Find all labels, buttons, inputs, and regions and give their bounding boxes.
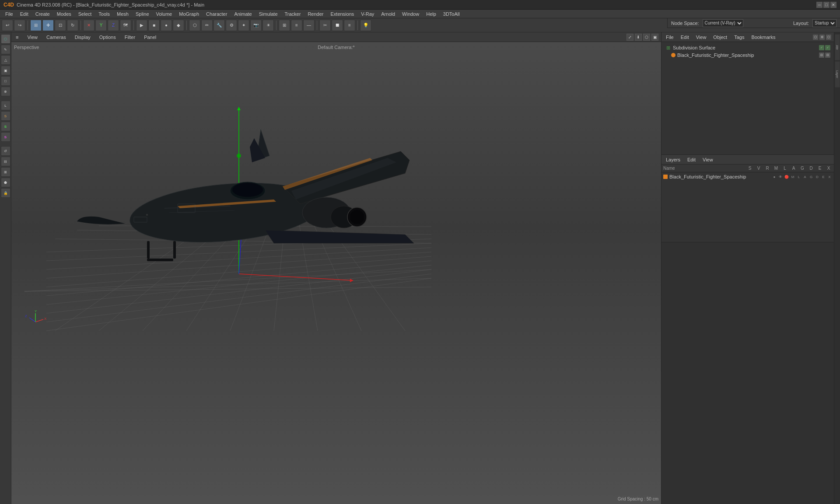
layers-menu[interactable]: Layers — [664, 156, 682, 163]
minimize-button[interactable]: ─ — [816, 2, 822, 8]
keyframe-button[interactable]: ◆ — [173, 20, 184, 31]
menu-item-edit[interactable]: Edit — [17, 10, 32, 18]
layers-view-menu[interactable]: View — [701, 156, 715, 163]
strip-btn-1[interactable]: Attr — [835, 34, 840, 60]
layer-row-spaceship[interactable]: Black_Futuristic_Fighter_Spaceship ● 👁 🔴… — [662, 172, 834, 181]
menu-item-tools[interactable]: Tools — [95, 10, 113, 18]
layer-icon-x[interactable]: X — [827, 174, 832, 179]
menu-item-help[interactable]: Help — [423, 10, 440, 18]
sidebar-tool-13[interactable]: ⊞ — [1, 167, 10, 177]
subdivision-check1[interactable]: ✓ — [819, 45, 824, 50]
rotate-button[interactable]: ↻ — [67, 20, 78, 31]
viewport-menu-view[interactable]: View — [25, 34, 39, 41]
om-edit-menu[interactable]: Edit — [679, 34, 691, 41]
layer-icon-m[interactable]: M — [790, 174, 795, 179]
layer-icon-e[interactable]: E — [821, 174, 826, 179]
viewport-menu-cameras[interactable]: Cameras — [45, 34, 68, 41]
scissors-button[interactable]: ✂ — [319, 20, 331, 31]
maximize-button[interactable]: □ — [823, 2, 830, 8]
light-toggle-button[interactable]: 💡 — [360, 20, 371, 31]
new-object-button[interactable]: ⬡ — [189, 20, 200, 31]
sidebar-tool-14[interactable]: ⬟ — [1, 178, 10, 187]
light-button[interactable]: ☀ — [262, 20, 274, 31]
menu-item-mesh[interactable]: Mesh — [113, 10, 132, 18]
om-bookmarks-menu[interactable]: Bookmarks — [749, 34, 777, 41]
sidebar-tool-15[interactable]: 🔒 — [1, 188, 10, 198]
deformer-button[interactable]: ⚙ — [226, 20, 237, 31]
menu-item-select[interactable]: Select — [75, 10, 95, 18]
menu-item-3dtoall[interactable]: 3DToAll — [440, 10, 463, 18]
redo-button[interactable]: ↪ — [14, 20, 25, 31]
sidebar-tool-11[interactable]: ↺ — [1, 146, 10, 156]
layer-icon-v[interactable]: 👁 — [778, 174, 783, 179]
x-axis-button[interactable]: ✕ — [83, 20, 94, 31]
strip-btn-2[interactable]: Layer — [835, 61, 840, 88]
om-icon-2[interactable]: ⚙ — [819, 35, 825, 40]
subdivision-check2[interactable]: ✓ — [825, 45, 830, 50]
viewport-menu-icon[interactable]: ≡ — [14, 34, 20, 41]
sidebar-tool-4[interactable]: ▣ — [1, 66, 10, 75]
sidebar-tool-1[interactable]: ⬡ — [1, 34, 10, 44]
layer-icon-l[interactable]: L — [796, 174, 802, 179]
menu-item-file[interactable]: File — [2, 10, 17, 18]
viewport-menu-panel[interactable]: Panel — [142, 34, 158, 41]
spline-button[interactable]: ✏ — [201, 20, 213, 31]
sidebar-tool-3[interactable]: △ — [1, 55, 10, 65]
menu-item-tracker[interactable]: Tracker — [281, 10, 304, 18]
menu-item-character[interactable]: Character — [203, 10, 231, 18]
menu-item-animate[interactable]: Animate — [231, 10, 255, 18]
menu-item-arnold[interactable]: Arnold — [378, 10, 399, 18]
z-axis-button[interactable]: Z — [108, 20, 119, 31]
title-bar-controls[interactable]: ─ □ ✕ — [816, 2, 836, 8]
layout-dropdown[interactable]: Startup — [812, 19, 836, 27]
menu-item-volume[interactable]: Volume — [153, 10, 176, 18]
tree-item-spaceship[interactable]: Black_Futuristic_Fighter_Spaceship ⊟ ⊟ — [669, 52, 832, 59]
sidebar-tool-9[interactable]: S — [1, 122, 10, 131]
magnet-button[interactable]: 🔲 — [332, 20, 343, 31]
menu-item-create[interactable]: Create — [32, 10, 53, 18]
menu-item-extensions[interactable]: Extensions — [327, 10, 357, 18]
layer-icon-a[interactable]: A — [802, 174, 808, 179]
snap-button[interactable]: ≡ — [344, 20, 355, 31]
world-coord-button[interactable]: 🗺 — [120, 20, 131, 31]
camera-button[interactable]: 📷 — [250, 20, 262, 31]
menu-item-render[interactable]: Render — [304, 10, 327, 18]
stop-button[interactable]: ■ — [148, 20, 160, 31]
sidebar-tool-12[interactable]: ⊟ — [1, 157, 10, 166]
viewport-menu-filter[interactable]: Filter — [123, 34, 137, 41]
scale-button[interactable]: ⊡ — [55, 20, 66, 31]
live-select-button[interactable]: ⊞ — [30, 20, 42, 31]
sidebar-tool-5[interactable]: □ — [1, 76, 10, 86]
menu-item-v-ray[interactable]: V-Ray — [357, 10, 378, 18]
spaceship-action-1[interactable]: ⊟ — [819, 52, 824, 58]
menu-item-modes[interactable]: Modes — [53, 10, 75, 18]
spaceship-action-2[interactable]: ⊟ — [825, 52, 830, 58]
sidebar-tool-8[interactable]: S — [1, 111, 10, 121]
layer-icon-s[interactable]: ● — [772, 174, 777, 179]
viewport-3d[interactable]: Perspective Default Camera:* Grid Spacin… — [11, 42, 661, 504]
render-btn2[interactable]: ≡ — [291, 20, 302, 31]
close-button[interactable]: ✕ — [830, 2, 836, 8]
viewport-icon-1[interactable]: ⤢ — [626, 34, 634, 41]
render-btn3[interactable]: — — [303, 20, 315, 31]
viewport-menu-display[interactable]: Display — [73, 34, 92, 41]
om-tags-menu[interactable]: Tags — [732, 34, 746, 41]
om-icon-3[interactable]: ⬡ — [826, 35, 831, 40]
layers-edit-menu[interactable]: Edit — [686, 156, 697, 163]
layer-icon-r[interactable]: 🔴 — [784, 174, 789, 179]
menu-item-mograph[interactable]: MoGraph — [175, 10, 203, 18]
om-icon-1[interactable]: ⬡ — [813, 35, 818, 40]
tree-item-subdivision[interactable]: ⊞ Subdivision Surface ✓ ✓ — [663, 44, 832, 52]
undo-button[interactable]: ↩ — [2, 20, 13, 31]
y-axis-button[interactable]: Y — [95, 20, 107, 31]
viewport-icon-3[interactable]: ⬡ — [643, 34, 650, 41]
scene-button[interactable]: ✦ — [238, 20, 249, 31]
render-btn1[interactable]: ⊞ — [279, 20, 290, 31]
menu-item-spline[interactable]: Spline — [132, 10, 153, 18]
sidebar-tool-7[interactable]: L — [1, 101, 10, 110]
layer-icon-g[interactable]: G — [808, 174, 814, 179]
layer-icon-d[interactable]: D — [815, 174, 820, 179]
move-button[interactable]: ✛ — [42, 20, 54, 31]
node-space-dropdown[interactable]: Current (V-Ray) — [703, 19, 743, 27]
play-button[interactable]: ▶ — [136, 20, 147, 31]
